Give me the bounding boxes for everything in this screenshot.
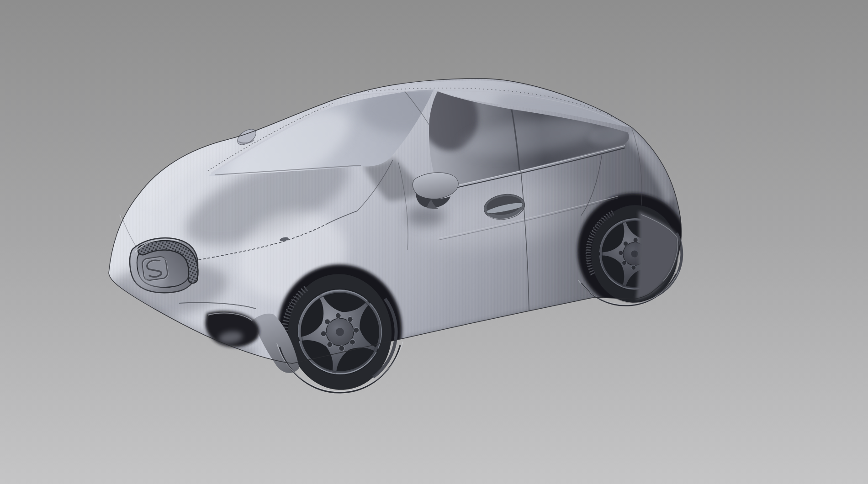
seat-s-logo-icon — [142, 256, 169, 282]
cad-viewport-window — [0, 0, 868, 484]
viewport-3d-canvas[interactable] — [0, 0, 868, 484]
front-grille — [130, 238, 198, 293]
mirror-shadow — [407, 206, 445, 226]
